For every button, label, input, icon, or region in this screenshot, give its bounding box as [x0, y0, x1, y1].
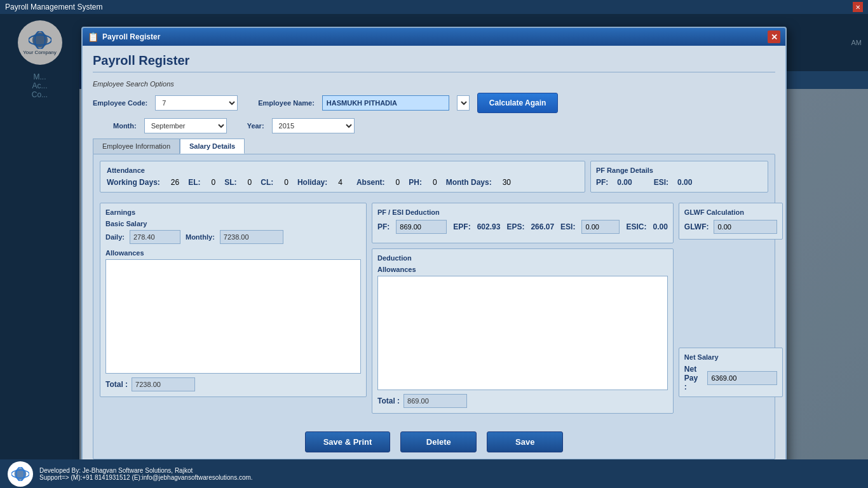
deduction-box: Deduction Allowances Total : — [372, 248, 674, 414]
delete-button[interactable]: Delete — [400, 431, 477, 452]
month-days-value: 30 — [503, 178, 511, 187]
deduction-total-row: Total : — [377, 394, 668, 408]
pf-range-title: PF Range Details — [596, 166, 763, 174]
deduction-allowances-label: Allowances — [377, 266, 668, 273]
bottom-logo — [8, 461, 33, 487]
earnings-allowances-list — [105, 259, 361, 374]
esi-input[interactable] — [581, 220, 620, 234]
working-days-value: 26 — [171, 178, 179, 187]
save-print-button[interactable]: Save & Print — [305, 431, 391, 452]
year-select[interactable]: 2015 — [272, 118, 355, 133]
monthly-label: Monthly: — [186, 233, 215, 241]
earnings-total-row: Total : — [105, 377, 361, 391]
month-days-label: Month Days: — [446, 178, 492, 187]
daily-monthly-row: Daily: Monthly: — [105, 230, 361, 244]
basic-salary-label: Basic Salary — [105, 220, 361, 227]
earnings-total-label: Total : — [105, 380, 128, 389]
cl-label: CL: — [261, 178, 273, 187]
net-pay-row: Net Pay : — [684, 365, 778, 391]
employee-code-select[interactable]: 7 — [155, 95, 238, 111]
footer-text: Developed By: Je-Bhagvan Software Soluti… — [39, 467, 253, 481]
deduction-total-value[interactable] — [403, 394, 467, 408]
earnings-section: Earnings Basic Salary Daily: Monthly: Al… — [100, 203, 367, 414]
pf-input[interactable] — [396, 220, 447, 234]
glwf-row: GLWF: — [684, 220, 778, 234]
pf-range-row: PF: 0.00 ESI: 0.00 — [596, 178, 763, 187]
eps-label: EPS: — [506, 222, 524, 231]
modal-close-btn[interactable]: ✕ — [768, 30, 780, 43]
pf-range-esi-value: 0.00 — [677, 178, 692, 187]
employee-name-dropdown[interactable]: ▼ — [457, 95, 470, 111]
daily-value-input[interactable] — [130, 230, 180, 244]
form-row-month-year: Month: September Year: 2015 — [93, 118, 775, 133]
form-row-employee: Employee Code: 7 Employee Name: ▼ Calcul… — [93, 93, 775, 113]
search-options-label: Employee Search Options — [93, 80, 775, 88]
esic-value: 0.00 — [653, 222, 667, 231]
earnings-allowances-label: Allowances — [105, 249, 361, 257]
earnings-total-value[interactable] — [132, 377, 195, 391]
tabs: Employee Information Salary Details — [93, 139, 775, 154]
calculate-again-button[interactable]: Calculate Again — [477, 93, 559, 113]
modal-titlebar: 📋 Payroll Register ✕ — [83, 28, 785, 46]
tab-employee-information[interactable]: Employee Information — [93, 139, 180, 154]
sl-label: SL: — [224, 178, 236, 187]
working-days-label: Working Days: — [107, 178, 160, 187]
glwf-input[interactable] — [714, 220, 777, 234]
month-label: Month: — [113, 122, 137, 130]
app-background: Your Company M... Ac... Co... M Accounts… — [0, 14, 868, 488]
net-pay-label: Net Pay : — [684, 365, 703, 391]
holiday-value: 4 — [338, 178, 342, 187]
employee-code-label: Employee Code: — [93, 99, 147, 107]
tab-salary-details[interactable]: Salary Details — [180, 139, 245, 154]
three-col-layout: Earnings Basic Salary Daily: Monthly: Al… — [100, 203, 768, 414]
pf-label: PF: — [377, 222, 390, 231]
pf-range-pf-value: 0.00 — [617, 178, 632, 187]
modal-title-icon: 📋 — [88, 32, 98, 42]
modal-main-title: Payroll Register — [93, 53, 775, 72]
pf-esi-box: PF / ESI Deduction PF: EPF: 602.93 EPS: … — [372, 203, 674, 243]
pf-range-esi-label: ESI: — [654, 178, 668, 187]
glwf-title: GLWF Calculation — [684, 208, 778, 216]
bottom-bar: Developed By: Je-Bhagvan Software Soluti… — [0, 459, 868, 488]
taskbar-title: Payroll Management System — [5, 3, 102, 11]
earnings-title: Earnings — [105, 208, 361, 216]
glwf-net-section: GLWF Calculation GLWF: Net Salary — [679, 203, 783, 414]
footer-developed-by: Developed By: Je-Bhagvan Software Soluti… — [39, 467, 253, 474]
el-label: EL: — [188, 178, 200, 187]
month-select[interactable]: September — [144, 118, 227, 133]
save-button[interactable]: Save — [487, 431, 563, 452]
pf-range-section: PF Range Details PF: 0.00 ESI: 0.00 — [590, 161, 768, 193]
epf-label: EPF: — [453, 222, 470, 231]
holiday-label: Holiday: — [297, 178, 327, 187]
glwf-label: GLWF: — [684, 222, 709, 231]
modal-overlay: 📋 Payroll Register ✕ Payroll Register Em… — [0, 14, 868, 488]
taskbar-close-btn[interactable]: ✕ — [853, 2, 863, 12]
monthly-value-input[interactable] — [220, 230, 283, 244]
modal-body: Payroll Register Employee Search Options… — [83, 46, 785, 470]
esic-label: ESIC: — [626, 222, 646, 231]
salary-details-content: Attendance Working Days: 26 EL: 0 SL: 0 … — [93, 154, 775, 459]
attendance-section: Attendance Working Days: 26 EL: 0 SL: 0 … — [100, 161, 585, 193]
epf-value: 602.93 — [477, 222, 501, 231]
action-buttons: Save & Print Delete Save — [100, 424, 768, 452]
attendance-row: Working Days: 26 EL: 0 SL: 0 CL: 0 Holid… — [107, 178, 578, 187]
ph-value: 0 — [433, 178, 437, 187]
glwf-box: GLWF Calculation GLWF: — [679, 203, 783, 240]
deduction-total-label: Total : — [377, 396, 400, 405]
footer-support: Support=> (M):+91 8141931512 (E):info@je… — [39, 474, 253, 481]
absent-label: Absent: — [356, 178, 385, 187]
pf-deduction-section: PF / ESI Deduction PF: EPF: 602.93 EPS: … — [372, 203, 674, 414]
el-value: 0 — [212, 178, 216, 187]
year-label: Year: — [247, 122, 264, 130]
net-pay-input[interactable] — [707, 371, 777, 385]
daily-label: Daily: — [105, 233, 125, 241]
sl-value: 0 — [248, 178, 252, 187]
pf-esi-row1: PF: EPF: 602.93 EPS: 266.07 ESI: ESIC: — [377, 220, 668, 234]
net-salary-title: Net Salary — [684, 353, 778, 361]
ph-label: PH: — [409, 178, 422, 187]
net-salary-box: Net Salary Net Pay : — [679, 348, 783, 397]
pf-range-pf-label: PF: — [596, 178, 608, 187]
absent-value: 0 — [396, 178, 400, 187]
modal-title-text: Payroll Register — [102, 32, 160, 41]
employee-name-input[interactable] — [322, 95, 449, 111]
